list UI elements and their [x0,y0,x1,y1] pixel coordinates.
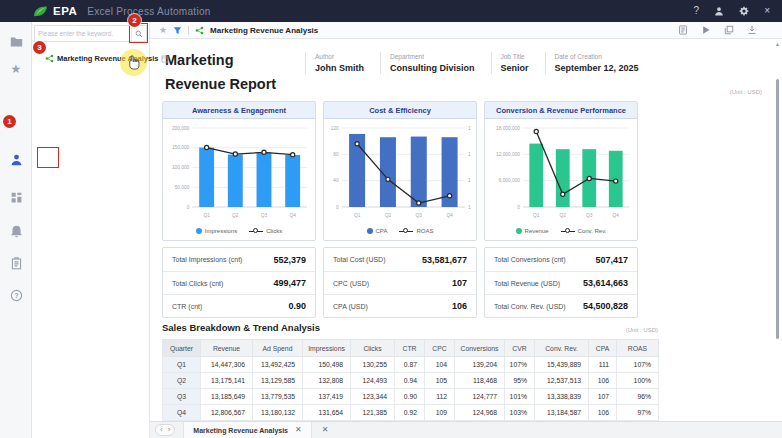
svg-text:1: 1 [468,126,471,131]
vertical-scrollbar[interactable]: ▲ [774,39,781,421]
folder-icon[interactable] [9,34,23,48]
table-cell: 14,447,306 [201,357,253,373]
svg-text:Q3: Q3 [261,213,268,218]
table-cell: 0.92 [395,405,425,421]
export-file-icon[interactable] [678,25,688,35]
table-cell: 13,129,585 [253,373,303,389]
table-row: Q412,806,56713,180,132131,654121,3850.92… [163,405,659,421]
hand-cursor-icon [127,55,140,70]
main-area: ★ Marketing Revenue Analysis [150,22,782,438]
stat-label: CTR (cnt) [172,303,202,310]
help-icon[interactable]: ? [694,6,700,16]
table-cell: 139,204 [455,357,505,373]
table-cell: 137,419 [303,389,351,405]
svg-text:Q3: Q3 [416,213,423,218]
svg-text:Q1: Q1 [533,213,540,218]
chart-legend: ImpressionsClicks [163,222,315,240]
process-icon [45,54,54,63]
gear-icon[interactable] [739,6,749,16]
table-cell: 131,654 [303,405,351,421]
stat-card-awareness: Total Impressions (cnt)552,379 Total Cli… [162,247,316,318]
stat-value: 107 [452,278,467,288]
chart-card-cost: Cost & Efficiency 014018011201Q1Q2Q3Q4 C… [323,101,477,241]
chevron-right-icon[interactable]: › [168,426,171,434]
clipboard-icon[interactable] [9,256,23,270]
download-icon[interactable] [747,25,757,35]
cursor-highlight [120,49,147,76]
user-icon[interactable] [714,6,724,16]
column-header: Conversions [455,340,505,357]
table-cell: 13,492,425 [253,357,303,373]
stat-value: 106 [452,301,467,311]
table-cell: 107 [589,389,617,405]
filter-funnel-icon[interactable] [173,21,182,39]
stat-value: 0.90 [288,301,306,311]
svg-text:100,000: 100,000 [172,165,190,170]
table-row: Q213,175,14113,129,585132,808124,4930.94… [163,373,659,389]
content-toolbar: ★ Marketing Revenue Analysis [150,22,782,39]
bell-icon[interactable] [9,224,23,238]
scroll-up-icon[interactable]: ▲ [774,41,781,47]
unit-note: (Unit : USD) [626,327,658,333]
table-cell: 150,498 [303,357,351,373]
run-icon[interactable] [701,25,711,35]
legend-dot-icon [516,228,522,234]
side-rail: ★ ? [0,22,32,438]
stat-label: Total Cost (USD) [333,256,386,263]
column-header: CPA [589,340,617,357]
svg-text:18,000,000: 18,000,000 [496,126,520,131]
help-circle-icon[interactable]: ? [9,288,23,302]
svg-text:Q1: Q1 [203,213,210,218]
bottom-tab-marketing-revenue-analysis[interactable]: Marketing Revenue Analysis ✕ [183,422,311,438]
close-all-icon[interactable]: ✕ [322,426,329,434]
table-cell: 123,344 [351,389,395,405]
table-cell: 104 [425,357,455,373]
chevron-left-icon[interactable]: ‹ [160,426,163,434]
table-cell: 97% [617,405,659,421]
star-icon[interactable]: ★ [9,62,23,76]
svg-text:1: 1 [468,152,471,157]
meta-author: Author John Smith [305,52,380,74]
user-icon[interactable] [9,152,23,166]
report-content: Marketing Revenue Report Author John Smi… [150,39,782,421]
stat-label: Total Clicks (cnt) [172,280,223,287]
table-cell: 0.87 [395,357,425,373]
search-input[interactable] [35,26,131,41]
legend-label: Revenue [525,228,549,234]
svg-text:120: 120 [331,126,339,131]
table-cell: 112 [425,389,455,405]
bottom-tab-label: Marketing Revenue Analysis [193,427,288,434]
search-icon[interactable] [131,26,146,41]
legend-label: Conv. Rev. [578,228,607,234]
legend-item: Clicks [249,228,282,235]
meta-date-of-creation: Date of Creation September 12, 2025 [545,52,655,74]
table-cell: 124,493 [351,373,395,389]
tab-close-icon[interactable]: ✕ [295,426,302,434]
stat-label: Total Conv. Rev. (USD) [494,303,566,310]
column-header: Clicks [351,340,395,357]
legend-item: Revenue [516,228,549,234]
table-cell: Q2 [163,373,201,389]
table-row: Q313,185,64913,779,535137,419123,3440.90… [163,389,659,405]
stat-value: 507,417 [595,255,628,265]
scrollbar-thumb[interactable] [776,79,779,339]
svg-text:0: 0 [336,205,339,210]
app-header: EPA Excel Process Automation ? × [0,0,782,22]
table-cell: 107% [505,357,535,373]
table-cell: 0.90 [395,389,425,405]
svg-text:150,000: 150,000 [172,145,190,150]
grid-icon[interactable] [9,190,23,204]
svg-text:6,000,000: 6,000,000 [499,178,521,183]
open-window-icon[interactable] [724,25,734,35]
close-icon[interactable]: × [764,6,770,16]
column-header: Revenue [201,340,253,357]
legend-label: ROAS [416,228,433,234]
favorite-star-icon[interactable]: ★ [159,26,167,35]
table-cell: Q1 [163,357,201,373]
svg-text:200,000: 200,000 [172,126,190,131]
form-icon[interactable] [161,49,169,67]
table-cell: 15,439,889 [535,357,589,373]
chart-legend: CPAROAS [324,222,476,240]
svg-text:1: 1 [468,205,471,210]
table-cell: 124,777 [455,389,505,405]
